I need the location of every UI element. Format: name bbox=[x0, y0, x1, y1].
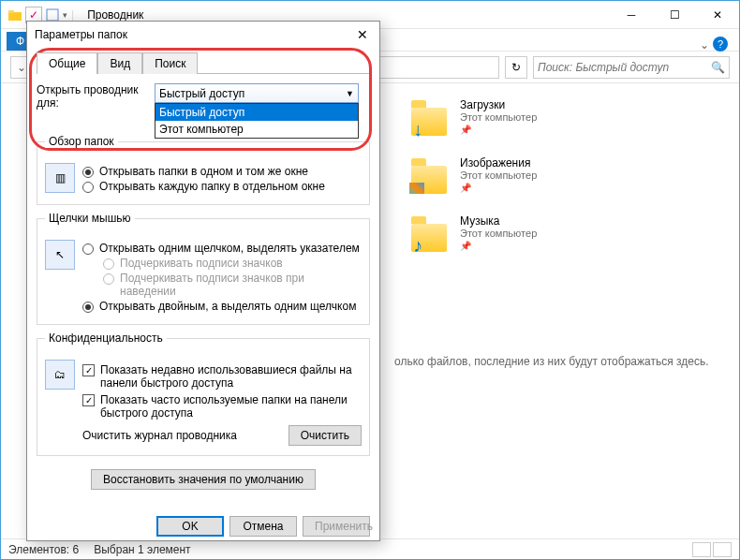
folder-name: Музыка bbox=[460, 214, 537, 228]
svg-rect-1 bbox=[8, 10, 14, 13]
separator: | bbox=[71, 8, 74, 22]
pin-icon: 📌 bbox=[460, 183, 471, 193]
privacy-icon: 🗂 bbox=[45, 360, 75, 390]
window-title: Проводник bbox=[87, 8, 610, 22]
help-icon[interactable]: ? bbox=[713, 37, 728, 52]
privacy-legend: Конфиденциальность bbox=[45, 332, 167, 345]
chevron-down-icon: ▼ bbox=[346, 89, 354, 98]
open-for-label: Открыть проводник для: bbox=[37, 83, 149, 110]
radio-label: Подчеркивать подписи значков bbox=[120, 257, 362, 270]
radio-single-click[interactable] bbox=[82, 243, 94, 255]
combo-option[interactable]: Этот компьютер bbox=[155, 121, 358, 138]
svg-rect-2 bbox=[47, 9, 58, 21]
search-icon[interactable]: 🔍 bbox=[711, 61, 725, 74]
folder-name: Изображения bbox=[460, 156, 537, 169]
dialog-close-button[interactable]: ✕ bbox=[353, 27, 372, 42]
folder-icon: ↓ bbox=[411, 98, 449, 136]
radio-new-window[interactable] bbox=[82, 182, 94, 193]
folder-name: Загрузки bbox=[460, 98, 537, 111]
close-button[interactable]: ✕ bbox=[696, 1, 739, 29]
search-input[interactable] bbox=[538, 61, 711, 74]
maximize-button[interactable]: ☐ bbox=[653, 1, 696, 29]
folder-icon: ♪ bbox=[411, 214, 449, 252]
clear-button[interactable]: Очистить bbox=[289, 425, 362, 446]
browse-folders-icon: ▥ bbox=[45, 163, 75, 193]
minimize-button[interactable]: ─ bbox=[610, 1, 653, 29]
radio-underline-hover bbox=[103, 273, 114, 285]
radio-underline-always bbox=[103, 258, 114, 270]
folder-location: Этот компьютер bbox=[460, 169, 537, 181]
dialog-titlebar: Параметры папок ✕ bbox=[27, 22, 379, 48]
open-for-combo[interactable]: Быстрый доступ ▼ Быстрый доступ Этот ком… bbox=[155, 83, 370, 103]
combo-option[interactable]: Быстрый доступ bbox=[155, 104, 358, 121]
combo-selected-value: Быстрый доступ bbox=[159, 87, 244, 100]
checkbox-label: Показать часто используемые папки на пан… bbox=[100, 393, 362, 420]
radio-double-click[interactable] bbox=[82, 302, 94, 313]
apply-button[interactable]: Применить bbox=[303, 516, 370, 537]
qat-dropdown-icon[interactable]: ▾ bbox=[63, 10, 67, 20]
dialog-tabs: Общие Вид Поиск bbox=[37, 52, 370, 74]
empty-preview-text: олько файлов, последние из них будут ото… bbox=[394, 355, 717, 368]
app-folder-icon bbox=[7, 7, 23, 23]
checkbox-frequent-folders[interactable] bbox=[82, 394, 95, 406]
ribbon-expand-icon[interactable]: ⌄ bbox=[700, 38, 709, 52]
click-behavior-legend: Щелчки мышью bbox=[45, 212, 135, 225]
privacy-group: Конфиденциальность 🗂 Показать недавно ис… bbox=[37, 338, 370, 456]
restore-defaults-button[interactable]: Восстановить значения по умолчанию bbox=[91, 469, 316, 490]
refresh-button[interactable]: ↻ bbox=[505, 56, 527, 79]
folder-icon bbox=[411, 156, 449, 194]
view-details-button[interactable] bbox=[692, 542, 711, 557]
tab-general[interactable]: Общие bbox=[37, 52, 97, 74]
folder-location: Этот компьютер bbox=[460, 228, 537, 239]
pin-icon: 📌 bbox=[460, 125, 471, 135]
clear-history-label: Очистить журнал проводника bbox=[82, 429, 289, 442]
cancel-button[interactable]: Отмена bbox=[229, 516, 297, 537]
browse-folders-legend: Обзор папок bbox=[45, 135, 118, 148]
ok-button[interactable]: OK bbox=[156, 516, 224, 537]
pin-icon: 📌 bbox=[460, 241, 471, 251]
dialog-title: Параметры папок bbox=[35, 28, 353, 41]
view-icons-button[interactable] bbox=[713, 542, 732, 557]
radio-label: Открывать каждую папку в отдельном окне bbox=[99, 180, 362, 193]
tab-view[interactable]: Вид bbox=[97, 52, 142, 74]
combo-dropdown: Быстрый доступ Этот компьютер bbox=[155, 103, 359, 139]
radio-label: Открывать двойным, а выделять одним щелч… bbox=[99, 300, 362, 313]
list-item[interactable]: Изображения Этот компьютер 📌 bbox=[411, 156, 724, 194]
list-item[interactable]: ♪ Музыка Этот компьютер 📌 bbox=[411, 214, 724, 252]
radio-same-window[interactable] bbox=[82, 167, 94, 178]
folder-options-dialog: Параметры папок ✕ Общие Вид Поиск Открыт… bbox=[26, 21, 380, 541]
folder-location: Этот компьютер bbox=[460, 111, 537, 123]
radio-label: Подчеркивать подписи значков при наведен… bbox=[120, 272, 362, 298]
click-behavior-icon: ↖ bbox=[45, 240, 75, 270]
search-box[interactable]: 🔍 bbox=[533, 56, 730, 79]
click-behavior-group: Щелчки мышью ↖ Открывать одним щелчком, … bbox=[37, 218, 370, 325]
checkbox-label: Показать недавно использовавшиеся файлы … bbox=[100, 363, 362, 390]
radio-label: Открывать папки в одном и том же окне bbox=[99, 165, 362, 178]
svg-rect-0 bbox=[8, 12, 22, 21]
browse-folders-group: Обзор папок ▥ Открывать папки в одном и … bbox=[37, 141, 370, 205]
checkbox-recent-files[interactable] bbox=[82, 364, 95, 376]
radio-label: Открывать одним щелчком, выделять указат… bbox=[99, 242, 362, 255]
tab-search[interactable]: Поиск bbox=[142, 52, 198, 74]
list-item[interactable]: ↓ Загрузки Этот компьютер 📌 bbox=[411, 98, 724, 136]
